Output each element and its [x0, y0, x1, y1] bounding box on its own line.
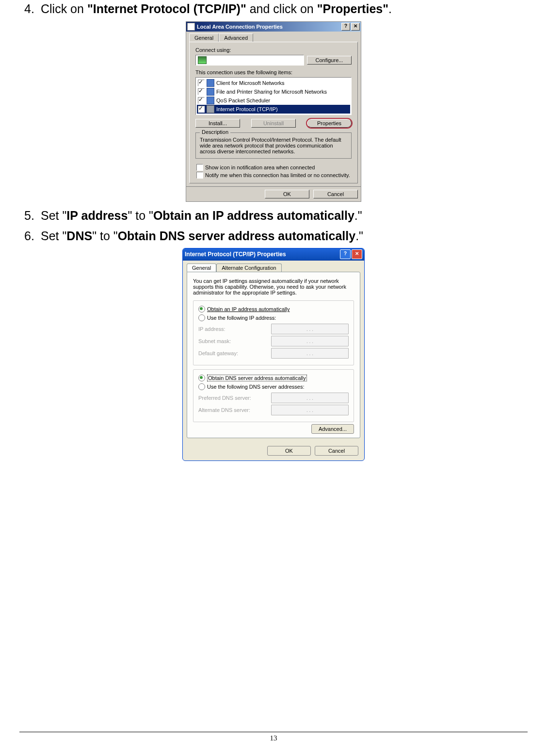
list-item-selected[interactable]: Internet Protocol (TCP/IP): [197, 105, 350, 114]
subnet-row: Subnet mask: . . .: [198, 336, 349, 346]
ip-address-field[interactable]: . . .: [271, 324, 349, 334]
list-item[interactable]: QoS Packet Scheduler: [197, 96, 350, 105]
tab-panel-general: You can get IP settings assigned automat…: [187, 272, 360, 438]
titlebar: Internet Protocol (TCP/IP) Properties ? …: [183, 248, 364, 261]
advanced-button[interactable]: Advanced...: [311, 424, 354, 434]
step-number: 6.: [24, 228, 41, 245]
checkbox-icon[interactable]: [196, 172, 203, 179]
ok-button[interactable]: OK: [267, 446, 311, 456]
connect-using-label: Connect using:: [195, 47, 352, 53]
radio-obtain-dns[interactable]: Obtain DNS server address automatically: [198, 374, 349, 382]
list-item[interactable]: File and Printer Sharing for Microsoft N…: [197, 87, 350, 96]
step-text: Click on "Internet Protocol (TCP/IP)" an…: [41, 1, 528, 17]
cancel-button[interactable]: Cancel: [315, 446, 358, 456]
ip-group: Obtain an IP address automatically Use t…: [193, 300, 354, 365]
show-icon-option[interactable]: Show icon in notification area when conn…: [195, 164, 352, 171]
item-button-row: Install... Uninstall Properties: [195, 119, 352, 128]
ip-address-row: IP address: . . .: [198, 324, 349, 334]
field-label: Default gateway:: [198, 350, 271, 356]
configure-button[interactable]: Configure...: [307, 56, 352, 65]
help-button[interactable]: ?: [341, 23, 350, 31]
radio-use-ip[interactable]: Use the following IP address:: [198, 313, 349, 322]
item-label: Internet Protocol (TCP/IP): [216, 106, 278, 112]
protocol-icon: [207, 105, 214, 113]
description-group: Description Transmission Control Protoco…: [195, 132, 352, 159]
pref-dns-row: Preferred DNS server: . . .: [198, 393, 349, 403]
window-icon: [187, 23, 195, 31]
tab-general[interactable]: General: [189, 33, 219, 42]
step-text: Set "DNS" to "Obtain DNS server address …: [41, 228, 528, 245]
ok-button[interactable]: OK: [265, 190, 309, 198]
option-label: Notify me when this connection has limit…: [205, 172, 350, 178]
screenshot-lan-properties: Local Area Connection Properties ? ✕ Gen…: [186, 21, 361, 202]
radio-use-dns[interactable]: Use the following DNS server addresses:: [198, 382, 349, 391]
tab-row: General Alternate Configuration: [183, 261, 364, 272]
tab-general[interactable]: General: [187, 263, 216, 272]
service-icon: [207, 97, 214, 104]
page-number: 13: [19, 734, 528, 742]
service-icon: [207, 88, 214, 96]
checkbox-icon[interactable]: [198, 106, 205, 113]
titlebar: Local Area Connection Properties ? ✕: [186, 22, 361, 32]
radio-label: Use the following IP address:: [207, 315, 276, 321]
gateway-field[interactable]: . . .: [271, 348, 349, 359]
subnet-field[interactable]: . . .: [271, 336, 349, 346]
radio-label: Obtain DNS server address automatically: [207, 375, 307, 381]
item-label: File and Printer Sharing for Microsoft N…: [216, 89, 327, 95]
radio-label: Use the following DNS server addresses:: [207, 384, 305, 390]
tab-alternate-configuration[interactable]: Alternate Configuration: [216, 263, 282, 272]
service-icon: [207, 79, 214, 87]
radio-icon[interactable]: [198, 306, 205, 312]
option-label: Show icon in notification area when conn…: [205, 164, 315, 170]
tab-panel-general: Connect using: Configure... This connect…: [189, 42, 358, 183]
field-label: IP address:: [198, 326, 271, 332]
description-text: Transmission Control Protocol/Internet P…: [200, 137, 347, 154]
radio-icon[interactable]: [198, 383, 205, 390]
step-number: 4.: [24, 1, 41, 17]
dialog-button-row: OK Cancel: [183, 442, 364, 460]
checkbox-icon[interactable]: [198, 88, 205, 95]
properties-button[interactable]: Properties: [307, 119, 352, 128]
step-text: Set "IP address" to "Obtain an IP addres…: [41, 208, 528, 224]
checkbox-icon[interactable]: [196, 164, 203, 171]
radio-label: Obtain an IP address automatically: [207, 306, 290, 312]
alt-dns-row: Alternate DNS server: . . .: [198, 405, 349, 415]
field-label: Preferred DNS server:: [198, 395, 271, 401]
install-button[interactable]: Install...: [195, 119, 240, 128]
items-listbox[interactable]: Client for Microsoft Networks File and P…: [195, 77, 352, 115]
instruction-step-4: 4. Click on "Internet Protocol (TCP/IP)"…: [24, 1, 528, 17]
uses-items-label: This connection uses the following items…: [195, 69, 352, 75]
footer-rule: [19, 732, 528, 732]
intro-text: You can get IP settings assigned automat…: [193, 278, 354, 296]
tab-row: General Advanced: [186, 32, 361, 42]
pref-dns-field[interactable]: . . .: [271, 393, 349, 403]
page-footer: 13: [19, 732, 528, 742]
item-label: QoS Packet Scheduler: [216, 98, 270, 103]
radio-icon[interactable]: [198, 314, 205, 321]
window-title: Internet Protocol (TCP/IP) Properties: [185, 251, 339, 258]
checkbox-icon[interactable]: [198, 97, 205, 104]
radio-obtain-ip[interactable]: Obtain an IP address automatically: [198, 305, 349, 313]
field-label: Subnet mask:: [198, 338, 271, 344]
instruction-step-5: 5. Set "IP address" to "Obtain an IP add…: [24, 208, 528, 224]
help-button[interactable]: ?: [340, 249, 351, 259]
close-button[interactable]: ✕: [352, 249, 362, 259]
tab-advanced[interactable]: Advanced: [219, 33, 253, 42]
screenshot-tcpip-properties: Internet Protocol (TCP/IP) Properties ? …: [182, 248, 365, 461]
radio-icon[interactable]: [198, 375, 205, 381]
dialog-button-row: OK Cancel: [186, 186, 361, 201]
close-button[interactable]: ✕: [351, 23, 360, 31]
uninstall-button[interactable]: Uninstall: [251, 119, 296, 128]
notify-option[interactable]: Notify me when this connection has limit…: [195, 171, 352, 179]
cancel-button[interactable]: Cancel: [313, 190, 358, 198]
instruction-step-6: 6. Set "DNS" to "Obtain DNS server addre…: [24, 228, 528, 245]
step-number: 5.: [24, 208, 41, 224]
window-title: Local Area Connection Properties: [197, 24, 340, 30]
alt-dns-field[interactable]: . . .: [271, 405, 349, 415]
gateway-row: Default gateway: . . .: [198, 348, 349, 359]
checkbox-icon[interactable]: [198, 80, 205, 86]
list-item[interactable]: Client for Microsoft Networks: [197, 79, 350, 87]
dns-group: Obtain DNS server address automatically …: [193, 369, 354, 422]
adapter-field[interactable]: [195, 55, 304, 66]
field-label: Alternate DNS server:: [198, 407, 271, 413]
